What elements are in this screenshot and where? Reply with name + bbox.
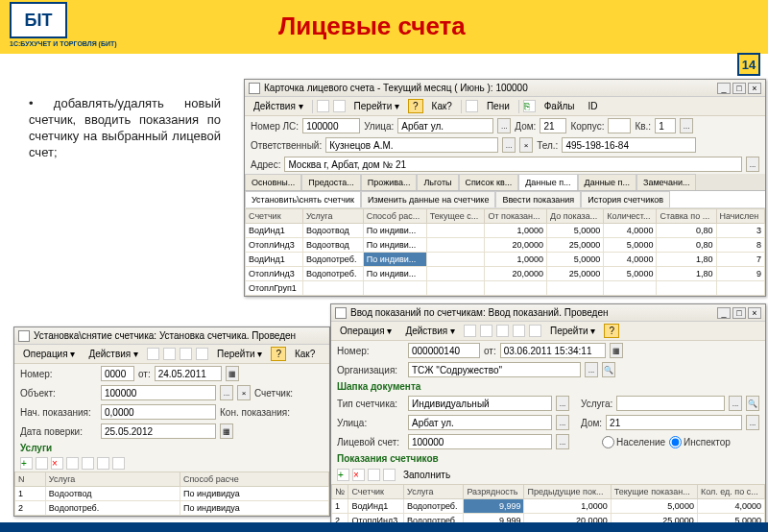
pop-radio[interactable]: Население xyxy=(602,436,665,448)
table-row[interactable]: ОтоплИнд3ВодоотводПо индиви...20,000025,… xyxy=(246,238,765,253)
lookup-button[interactable]: ... xyxy=(220,385,233,400)
icon[interactable] xyxy=(180,348,192,360)
col-header[interactable]: N xyxy=(15,472,46,487)
col-header[interactable]: Услуга xyxy=(404,485,464,499)
add-icon[interactable]: + xyxy=(20,457,33,470)
fill-button[interactable]: Заполнить xyxy=(398,468,455,482)
minimize-button[interactable]: _ xyxy=(717,83,731,94)
how-button[interactable]: Как? xyxy=(427,99,457,113)
clear-button[interactable]: × xyxy=(519,137,533,153)
resp-input[interactable]: Кузнецов А.М. xyxy=(325,137,498,153)
col-header[interactable]: Предыдущие пок... xyxy=(524,485,611,499)
lookup-button[interactable]: ... xyxy=(729,396,742,411)
table-row[interactable]: 1ВодоотводПо индивидуа xyxy=(15,487,329,501)
up-icon[interactable] xyxy=(66,457,79,470)
street-input[interactable]: Арбат ул. xyxy=(397,118,493,133)
table-row[interactable]: ОтоплИнд3Водопотреб.По индиви...20,00002… xyxy=(246,267,765,281)
tab[interactable]: Предоста... xyxy=(301,174,361,190)
subtab[interactable]: Установить\снять счетчик xyxy=(245,191,361,207)
insp-radio[interactable]: Инспектор xyxy=(669,436,731,448)
meters-table[interactable]: СчетчикУслугаСпособ рас...Текущее с...От… xyxy=(245,208,765,296)
table-row[interactable]: 1ВодИнд1Водопотреб.9,9991,00005,00004,00… xyxy=(332,499,765,514)
calendar-icon[interactable]: ▦ xyxy=(220,423,233,439)
sort-icon[interactable] xyxy=(383,469,396,481)
icon[interactable] xyxy=(529,325,541,337)
tab[interactable]: Льготы xyxy=(417,174,458,190)
save-icon[interactable] xyxy=(317,100,329,112)
subtab[interactable]: История счетчиков xyxy=(581,191,670,207)
minimize-button[interactable]: _ xyxy=(717,307,731,319)
nls-input[interactable]: 100000 xyxy=(302,118,360,133)
num-input[interactable]: 0000 xyxy=(101,366,134,381)
serv-input[interactable] xyxy=(616,396,725,411)
obj-input[interactable]: 100000 xyxy=(101,385,216,400)
goto-menu[interactable]: Перейти ▾ xyxy=(349,99,404,113)
operation-menu[interactable]: Операция ▾ xyxy=(18,347,80,361)
delete-icon[interactable]: × xyxy=(352,469,365,481)
subtab[interactable]: Ввести показания xyxy=(495,191,581,207)
col-header[interactable]: Текущие показан... xyxy=(611,485,697,499)
tel-input[interactable]: 495-198-16-84 xyxy=(562,137,696,153)
subtab[interactable]: Изменить данные на счетчике xyxy=(361,191,495,207)
fines-button[interactable]: Пени xyxy=(482,99,515,113)
help-button[interactable]: ? xyxy=(408,99,423,113)
sort-icon[interactable] xyxy=(97,457,109,470)
close-button[interactable]: × xyxy=(748,307,761,319)
house-input[interactable]: 21 xyxy=(606,415,742,430)
maximize-button[interactable]: □ xyxy=(732,307,746,319)
id-button[interactable]: ID xyxy=(584,99,603,113)
table-row[interactable]: ВодИнд1Водопотреб.По индиви...1,00005,00… xyxy=(246,253,765,267)
help-button[interactable]: ? xyxy=(604,324,619,338)
how-button[interactable]: Как? xyxy=(290,347,320,361)
attach-icon[interactable]: ⎘ xyxy=(523,100,536,112)
maximize-button[interactable]: □ xyxy=(732,83,746,94)
korp-input[interactable] xyxy=(608,118,631,133)
down-icon[interactable] xyxy=(82,457,94,470)
lookup-button[interactable]: ... xyxy=(746,415,759,430)
acc-input[interactable]: 100000 xyxy=(408,434,552,449)
col-header[interactable]: До показа... xyxy=(546,209,603,224)
actions-menu[interactable]: Действия ▾ xyxy=(400,324,460,338)
start-input[interactable]: 0,0000 xyxy=(101,404,216,420)
clear-button[interactable]: × xyxy=(237,385,251,400)
table-row[interactable]: 2Водопотреб.По индивидуа xyxy=(15,501,329,516)
tab[interactable]: Замечани... xyxy=(636,174,697,190)
delete-icon[interactable]: × xyxy=(51,457,63,470)
search-icon[interactable]: 🔍 xyxy=(746,396,759,411)
col-header[interactable]: № xyxy=(332,485,348,499)
col-header[interactable]: Услуга xyxy=(45,472,180,487)
sort-icon[interactable] xyxy=(368,469,380,481)
datetime-input[interactable]: 03.06.2011 15:34:11 xyxy=(500,343,606,358)
org-input[interactable]: ТСЖ "Содружество" xyxy=(408,362,581,377)
icon[interactable] xyxy=(513,325,525,337)
col-header[interactable]: От показан... xyxy=(485,209,547,224)
col-header[interactable]: Счетчик xyxy=(348,485,404,499)
icon[interactable] xyxy=(163,348,176,360)
sort-icon[interactable] xyxy=(112,457,125,470)
col-header[interactable]: Ставка по ... xyxy=(657,209,716,224)
lookup-button[interactable]: ... xyxy=(680,118,693,133)
lookup-button[interactable]: ... xyxy=(556,434,569,449)
col-header[interactable]: Кол. ед. по с... xyxy=(697,485,764,499)
col-header[interactable]: Текущее с... xyxy=(426,209,485,224)
calendar-icon[interactable]: ▦ xyxy=(610,343,623,358)
col-header[interactable]: Разрядность xyxy=(464,485,524,499)
lookup-button[interactable]: ... xyxy=(746,157,759,172)
close-button[interactable]: × xyxy=(748,83,761,94)
goto-menu[interactable]: Перейти ▾ xyxy=(545,324,600,338)
edit-icon[interactable] xyxy=(36,457,48,470)
search-icon[interactable]: 🔍 xyxy=(602,362,615,377)
operation-menu[interactable]: Операция ▾ xyxy=(335,324,396,338)
print-icon[interactable] xyxy=(333,100,346,112)
tab[interactable]: Основны... xyxy=(245,174,301,190)
calendar-icon[interactable]: ▦ xyxy=(226,366,239,381)
col-header[interactable]: Начислен xyxy=(716,209,765,224)
icon[interactable] xyxy=(480,325,492,337)
icon[interactable] xyxy=(196,348,208,360)
icon[interactable] xyxy=(147,348,159,360)
col-header[interactable]: Счетчик xyxy=(246,209,303,224)
services-table[interactable]: NУслугаСпособ расче1ВодоотводПо индивиду… xyxy=(14,472,329,516)
tab[interactable]: Данные п... xyxy=(578,174,636,190)
doc-icon[interactable] xyxy=(466,100,478,112)
actions-menu[interactable]: Действия ▾ xyxy=(84,347,143,361)
